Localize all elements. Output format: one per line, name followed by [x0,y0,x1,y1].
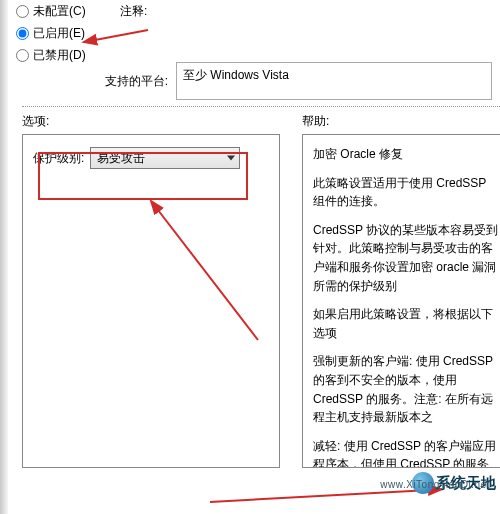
radio-label-enabled: 已启用(E) [33,25,85,42]
help-label: 帮助: [302,113,500,130]
state-not-configured[interactable]: 未配置(C) [16,3,120,20]
radio-disabled[interactable] [16,49,29,62]
radio-enabled[interactable] [16,27,29,40]
help-text: 此策略设置适用于使用 CredSSP 组件的连接。 [313,174,499,211]
state-disabled[interactable]: 已禁用(D) [16,47,120,64]
radio-label-not-configured: 未配置(C) [33,3,86,20]
supported-platform-label: 支持的平台: [16,73,176,90]
protection-level-select[interactable]: 易受攻击 [90,147,240,169]
help-panel: 加密 Oracle 修复 此策略设置适用于使用 CredSSP 组件的连接。 C… [302,134,500,468]
svg-line-2 [210,490,430,502]
help-text: CredSSP 协议的某些版本容易受到针对。此策略控制与易受攻击的客户端和服务你… [313,221,499,295]
separator [22,106,500,107]
help-title: 加密 Oracle 修复 [313,145,499,164]
window-shadow [0,0,8,514]
options-label: 选项: [22,113,302,130]
chevron-down-icon [227,156,235,161]
watermark-url: www.XiTongTianDi.net [380,479,490,490]
radio-not-configured[interactable] [16,5,29,18]
radio-label-disabled: 已禁用(D) [33,47,86,64]
help-text: 减轻: 使用 CredSSP 的客户端应用程序本，但使用 CredSSP 的服务… [313,437,499,468]
help-text: 如果启用此策略设置，将根据以下选项 [313,305,499,342]
state-enabled[interactable]: 已启用(E) [16,25,120,42]
notes-label: 注释: [120,3,147,20]
protection-level-label: 保护级别: [33,150,84,167]
watermark: 系统天地 www.XiTongTianDi.net [412,472,496,494]
protection-level-value: 易受攻击 [97,150,145,167]
policy-editor: 未配置(C) 注释: 已启用(E) 已禁用(D) 支持的平台: 至少 Windo… [10,0,500,468]
supported-platform-box: 至少 Windows Vista [176,62,492,100]
supported-platform-value: 至少 Windows Vista [183,67,289,84]
help-text: 强制更新的客户端: 使用 CredSSP 的客到不安全的版本，使用 CredSS… [313,352,499,426]
options-panel: 保护级别: 易受攻击 [22,134,280,468]
